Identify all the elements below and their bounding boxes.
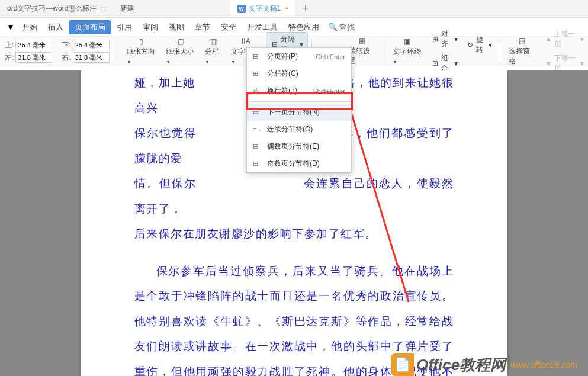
btn-label: 文字环绕: [393, 47, 421, 56]
columns-button[interactable]: ▥分栏▾: [200, 39, 226, 63]
margin-top-input[interactable]: [15, 40, 52, 50]
line-break-item[interactable]: ⏎换行符(T)Shift+Enter: [247, 82, 351, 99]
search-icon: 🔍: [328, 23, 338, 31]
column-break-item[interactable]: ⊞分栏符(C): [247, 65, 351, 82]
paragraph-3[interactable]: 情。但保尔会连累自己的恋人，使毅然离开了，: [134, 171, 454, 221]
move-up-button[interactable]: ▲上移一层▾: [540, 27, 588, 51]
section-break-icon: ⊟: [253, 143, 262, 150]
menu-chapter[interactable]: 章节: [189, 18, 216, 36]
word-doc-icon: W: [237, 5, 246, 13]
btn-label: 纸张大小: [166, 47, 194, 56]
btn-label: 上移一层: [554, 29, 580, 49]
continuous-section-break-item[interactable]: ≡连续分节符(O): [247, 121, 351, 138]
tab-doc-1[interactable]: ord文字技巧---word怎么标注 □: [0, 0, 113, 17]
even-page-section-break-item[interactable]: ⊟偶数页分节符(E): [247, 138, 351, 155]
tab-new[interactable]: 新建: [113, 0, 142, 17]
page-break-item[interactable]: ⊟分页符(P)Ctrl+Enter: [247, 48, 351, 65]
margin-bottom-input[interactable]: [73, 40, 110, 50]
settings-icon: ▦: [356, 37, 368, 45]
btn-label: 稿纸设置: [349, 46, 375, 66]
margin-top-bottom: 上: 左:: [0, 40, 57, 63]
shortcut: Ctrl+Enter: [316, 53, 345, 60]
item-label: 连续分节符(O): [267, 124, 313, 134]
btn-label: 对齐: [441, 29, 454, 49]
margin-right-input[interactable]: [73, 52, 110, 63]
item-label: 奇数页分节符(D): [267, 159, 320, 169]
align-button[interactable]: ⊞对齐▾: [427, 27, 462, 51]
tab-label: 新建: [120, 4, 134, 14]
unsaved-indicator: •: [285, 5, 288, 13]
margin-left-label: 左:: [5, 53, 14, 63]
tab-bar: ord文字技巧---word怎么标注 □ 新建 W 文字文稿1 • +: [0, 0, 588, 18]
paragraph-4[interactable]: 后来保尔在朋友谢廖沙的影响下参加了红军。: [134, 221, 454, 247]
paper-size-button[interactable]: ▢纸张大小▾: [161, 39, 200, 63]
column-break-icon: ⊞: [253, 70, 262, 78]
tab-label: 文字文稿1: [249, 4, 281, 14]
paper-orientation-button[interactable]: ▯纸张方向▾: [122, 39, 161, 63]
page-break-icon: ⊟: [253, 53, 262, 60]
breaks-dropdown: ⊟分页符(P)Ctrl+Enter ⊞分栏符(C) ⏎换行符(T)Shift+E…: [246, 47, 352, 173]
tab-doc-active[interactable]: W 文字文稿1 •: [230, 0, 295, 17]
tab-add-button[interactable]: +: [295, 2, 316, 15]
item-label: 分栏符(C): [267, 69, 298, 79]
menu-security[interactable]: 安全: [216, 18, 242, 36]
watermark-url: www.office26.com: [510, 360, 577, 369]
search-label: 查找: [339, 22, 355, 33]
section-break-icon: ▭: [253, 108, 262, 116]
menu-view[interactable]: 视图: [163, 18, 189, 36]
watermark: 📄 Office教程网 www.office26.com: [391, 353, 577, 376]
margin-right-label: 右:: [62, 53, 70, 63]
margin-bottom-label: 下:: [62, 40, 70, 50]
btn-label: 选择窗格: [509, 46, 535, 66]
watermark-logo-icon: 📄: [391, 353, 414, 376]
line-break-icon: ⏎: [253, 87, 262, 95]
move-up-icon: ▲: [544, 34, 553, 44]
margin-left-right: 下: 右:: [57, 40, 114, 63]
rotate-icon: ↻: [466, 40, 474, 50]
align-icon: ⊞: [431, 34, 439, 44]
menu-dropdown-icon[interactable]: ▾: [5, 21, 17, 33]
menu-page-layout[interactable]: 页面布局: [69, 20, 111, 34]
btn-label: 旋转: [476, 35, 489, 55]
shortcut: Shift+Enter: [313, 88, 345, 95]
text-direction-icon: IIA: [240, 37, 252, 46]
menu-reference[interactable]: 引用: [111, 18, 137, 36]
item-label: 偶数页分节符(E): [267, 142, 319, 152]
menu-start[interactable]: 开始: [17, 18, 43, 36]
wrap-icon: ▣: [401, 37, 413, 46]
combine-icon: ⊡: [431, 59, 439, 68]
item-label: 分页符(P): [267, 52, 298, 62]
close-icon[interactable]: □: [101, 5, 105, 13]
selection-pane-button[interactable]: ▤选择窗格: [504, 39, 540, 63]
margin-left-input[interactable]: [15, 52, 52, 63]
search-button[interactable]: 🔍 查找: [328, 22, 355, 33]
btn-label: 纸张方向: [127, 47, 155, 56]
watermark-brand: Office教程网: [416, 355, 506, 375]
columns-icon: ▥: [207, 37, 219, 46]
margin-top-label: 上:: [5, 40, 14, 50]
menu-insert[interactable]: 插入: [43, 18, 69, 36]
btn-label: 分栏: [205, 47, 219, 56]
odd-page-section-break-item[interactable]: ⊟奇数页分节符(D): [247, 155, 351, 172]
section-break-icon: ⊟: [253, 160, 262, 168]
item-label: 换行符(T): [267, 86, 297, 96]
separator: [247, 101, 351, 102]
next-page-section-break-item[interactable]: ▭下一页分节符(N): [247, 104, 351, 121]
paper-size-icon: ▢: [175, 37, 187, 46]
item-label: 下一页分节符(N): [267, 107, 320, 117]
pane-icon: ▤: [516, 37, 528, 45]
tab-label: ord文字技巧---word怎么标注: [7, 4, 97, 14]
rotate-button[interactable]: ↻旋转▾: [462, 33, 497, 57]
orientation-icon: ▯: [136, 37, 147, 46]
menu-review[interactable]: 审阅: [137, 18, 163, 36]
section-break-icon: ≡: [253, 126, 262, 133]
text-wrap-button[interactable]: ▣文字环绕▾: [388, 39, 427, 63]
move-down-icon: ▼: [544, 59, 553, 68]
